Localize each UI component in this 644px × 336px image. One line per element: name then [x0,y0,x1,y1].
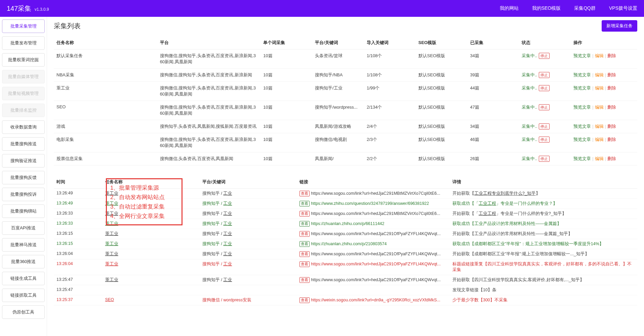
topnav-item[interactable]: 采集QQ群 [574,5,596,11]
task-link[interactable]: 重工业 [105,191,118,196]
table-row: SEO搜狗微信,搜狗知乎,头条资讯,百度资讯,新浪新闻,360新闻,凤凰新闻10… [54,101,637,120]
view-badge[interactable]: 查看 [299,297,310,303]
stop-button[interactable]: 停止 [539,72,550,78]
view-badge[interactable]: 查看 [299,201,310,207]
top-nav: 我的网站我的SEO模版采集QQ群VPS拨号设置 [500,5,637,11]
keyword-link[interactable]: 工业 [223,252,232,256]
detail-link[interactable]: 工业工程专业到底学什么?_知乎 [474,191,536,196]
logs-table: 时间任务名称平台/关键词链接详情 13:26:49重工业搜狗知乎 / 工业查看h… [54,176,637,305]
task-link[interactable]: 重工业 [105,252,118,256]
view-badge[interactable]: 查看 [299,277,310,283]
delete-link[interactable]: 删除 [607,53,616,58]
task-link[interactable]: SEO [105,297,114,302]
edit-link[interactable]: 编辑 [595,85,604,90]
edit-link[interactable]: 编辑 [595,105,604,110]
stop-button[interactable]: 停止 [539,156,550,162]
preview-link[interactable]: 预览文章 [573,105,591,110]
delete-link[interactable]: 删除 [607,137,616,142]
delete-link[interactable]: 删除 [607,156,616,161]
sidebar-item[interactable]: 批量360推送 [2,255,45,268]
edit-link[interactable]: 编辑 [595,72,604,77]
preview-link[interactable]: 预览文章 [573,137,591,142]
edit-link[interactable]: 编辑 [595,137,604,142]
sidebar-item[interactable]: 批量神马推送 [2,238,45,252]
sidebar-item[interactable]: 批量采集管理 [2,20,45,33]
log-url: https://www.sogou.com/link?url=hedJjaC29… [311,211,440,216]
keyword-link[interactable]: 工业 [223,231,232,236]
edit-link[interactable]: 编辑 [595,124,604,129]
sidebar-item[interactable]: 批量发布管理 [2,36,45,50]
delete-link[interactable]: 删除 [607,124,616,129]
preview-link[interactable]: 预览文章 [573,53,591,58]
delete-link[interactable]: 删除 [607,85,616,90]
keyword-link[interactable]: 工业 [223,277,232,282]
task-link[interactable]: 重工业 [105,277,118,282]
view-badge[interactable]: 查看 [299,211,310,217]
task-link[interactable]: 重工业 [105,231,118,236]
sidebar-item[interactable]: 批量搜狗反馈 [2,171,45,184]
detail-link[interactable]: 工业工程 [479,211,496,216]
view-badge[interactable]: 查看 [299,191,310,196]
keyword-link[interactable]: 工业 [223,221,232,226]
task-link[interactable]: 重工业 [105,221,118,226]
delete-link[interactable]: 删除 [607,72,616,77]
table-row: 默认采集任务搜狗微信,搜狗知乎,头条资讯,百度资讯,新浪新闻,360新闻,凤凰新… [54,49,637,69]
sidebar-item[interactable]: 批量搜狗推送 [2,137,45,151]
view-badge[interactable]: 查看 [299,231,310,237]
log-row: 13:26:15重工业搜狗知乎 / 工业查看https://www.sogou.… [54,229,637,239]
table-row: NBA采集搜狗微信,搜狗知乎,头条资讯,百度资讯,新浪新闻10篇搜狗知乎/NBA… [54,69,637,82]
new-task-button[interactable]: 新增采集任务 [602,20,637,32]
view-badge[interactable]: 查看 [299,261,310,267]
stop-button[interactable]: 停止 [539,123,550,129]
task-link[interactable]: 重工业 [105,201,118,206]
status-text: 采集中.. [522,156,537,161]
sidebar-item[interactable]: 链接抓取工具 [2,289,45,302]
keyword-link[interactable]: 工业 [223,262,232,266]
stop-button[interactable]: 停止 [539,85,550,91]
stop-button[interactable]: 停止 [539,137,550,143]
log-col-header: 任务名称 [103,176,200,189]
topnav-item[interactable]: 我的SEO模版 [532,5,561,11]
status-text: 采集中.. [522,137,537,142]
sidebar-item[interactable]: 搜狗验证推送 [2,154,45,167]
table-row: 股票信息采集搜狗微信,头条资讯,百度资讯,凤凰新闻10篇凤凰新闻/2/2个默认S… [54,152,637,165]
stop-button[interactable]: 停止 [539,104,550,110]
preview-link[interactable]: 预览文章 [573,124,591,129]
log-row: 13:26:33重工业搜狗知乎 / 工业查看https://zhuanlan.z… [54,219,637,229]
sidebar-item[interactable]: 批量权重词挖掘 [2,53,45,67]
view-badge[interactable]: 查看 [299,241,310,247]
stop-button[interactable]: 停止 [539,53,550,59]
log-url: https://www.sogou.com/link?url=hedJjaC29… [311,231,441,236]
sidebar-item[interactable]: 百度API推送 [2,221,45,235]
task-col-header: 任务名称 [54,36,157,49]
log-url: https://weixin.sogou.com/link?url=dn9a_-… [311,298,440,302]
task-link[interactable]: 重工业 [105,211,118,216]
sidebar-item[interactable]: 批量搜狗投诉 [2,188,45,201]
status-text: 采集中.. [522,72,537,77]
log-row: 13:25:47重工业搜狗知乎 / 工业查看https://www.sogou.… [54,275,637,285]
brand: 147采集 v1.3.0.9 [7,4,49,13]
topnav-item[interactable]: VPS拨号设置 [609,5,637,11]
sidebar-item[interactable]: 收录数据查询 [2,120,45,134]
keyword-link[interactable]: 工业 [223,241,232,246]
log-col-header: 平台/关键词 [200,176,297,189]
keyword-link[interactable]: 工业 [223,211,232,216]
topnav-item[interactable]: 我的网站 [500,5,519,11]
preview-link[interactable]: 预览文章 [573,72,591,77]
preview-link[interactable]: 预览文章 [573,85,591,90]
task-link[interactable]: 重工业 [105,241,118,246]
table-row: 电影采集搜狗微信,搜狗知乎,头条资讯,百度资讯,新浪新闻,360新闻,凤凰新闻1… [54,133,637,152]
view-badge[interactable]: 查看 [299,221,310,227]
sidebar-item[interactable]: 批量搜狗绑站 [2,204,45,218]
detail-link[interactable]: 工业工程 [479,201,496,206]
edit-link[interactable]: 编辑 [595,53,604,58]
delete-link[interactable]: 删除 [607,105,616,110]
keyword-link[interactable]: 工业 [223,191,232,196]
sidebar-item[interactable]: 链接生成工具 [2,272,45,285]
sidebar-item[interactable]: 伪原创工具 [2,305,45,319]
edit-link[interactable]: 编辑 [595,156,604,161]
preview-link[interactable]: 预览文章 [573,156,591,161]
keyword-link[interactable]: 工业 [223,201,232,206]
view-badge[interactable]: 查看 [299,251,310,257]
task-link[interactable]: 重工业 [105,262,118,266]
